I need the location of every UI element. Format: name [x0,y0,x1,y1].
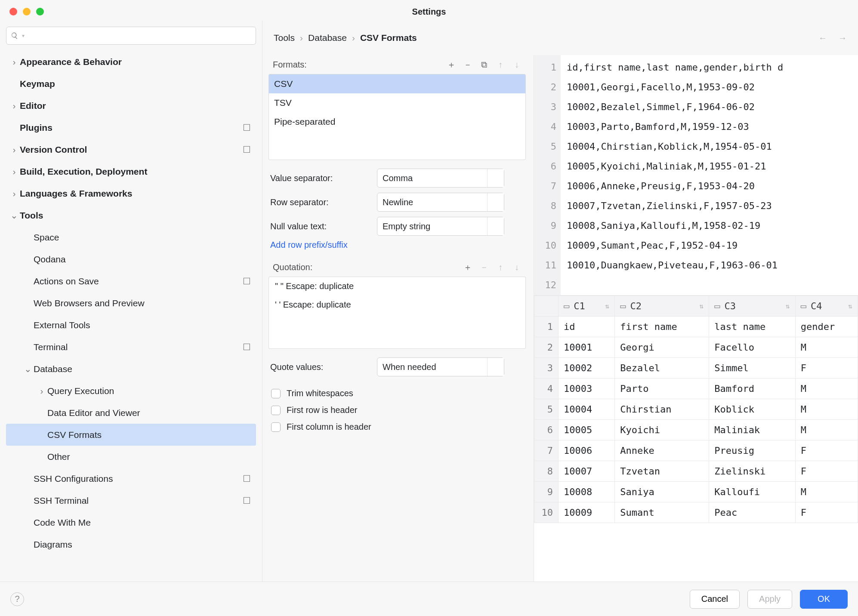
table-cell[interactable]: Chirstian [615,399,709,420]
table-column-header[interactable]: ▭C4⇅ [795,296,858,317]
sidebar-item-external-tools[interactable]: External Tools [6,314,256,336]
sidebar-item-plugins[interactable]: Plugins☐ [6,117,256,139]
table-cell[interactable]: Kyoichi [615,420,709,440]
table-row[interactable]: 410003PartoBamfordM [534,379,858,399]
remove-quotation-button[interactable]: － [479,262,489,272]
table-cell[interactable]: M [795,482,858,502]
table-row[interactable]: 1idfirst namelast namegender [534,317,858,337]
table-cell[interactable]: Preusig [709,440,796,461]
move-down-button[interactable]: ↓ [512,60,522,69]
copy-format-button[interactable]: ⧉ [479,60,489,69]
table-cell[interactable]: 10009 [559,502,615,523]
settings-search-input[interactable] [28,31,251,40]
settings-search[interactable]: ▾ [6,27,256,45]
table-cell[interactable]: 10004 [559,399,615,420]
sidebar-item-build-execution-deployment[interactable]: ›Build, Execution, Deployment [6,160,256,182]
sidebar-item-csv-formats[interactable]: CSV Formats [6,424,256,446]
sidebar-item-tools[interactable]: ⌄Tools [6,204,256,226]
table-cell[interactable]: Sumant [615,502,709,523]
table-cell[interactable]: Bezalel [615,358,709,379]
settings-tree[interactable]: ›Appearance & BehaviorKeymap›EditorPlugi… [6,51,256,582]
table-row[interactable]: 610005KyoichiMaliniakM [534,420,858,440]
add-row-prefix-suffix-link[interactable]: Add row prefix/suffix [269,238,526,252]
sidebar-item-other[interactable]: Other [6,446,256,468]
add-quotation-button[interactable]: ＋ [463,262,472,272]
table-cell[interactable]: Parto [615,379,709,399]
sidebar-item-languages-frameworks[interactable]: ›Languages & Frameworks [6,182,256,204]
table-cell[interactable]: M [795,420,858,440]
ok-button[interactable]: OK [800,590,848,609]
formats-list[interactable]: CSVTSVPipe-separated [269,74,526,160]
format-item-csv[interactable]: CSV [269,74,525,93]
table-cell[interactable]: Anneke [615,440,709,461]
sidebar-item-data-editor-and-viewer[interactable]: Data Editor and Viewer [6,402,256,424]
table-cell[interactable]: M [795,399,858,420]
quotation-item[interactable]: ' ' Escape: duplicate [269,296,525,314]
sidebar-item-ssh-terminal[interactable]: SSH Terminal☐ [6,490,256,511]
table-cell[interactable]: F [795,358,858,379]
table-cell[interactable]: Facello [709,337,796,358]
sidebar-item-appearance-behavior[interactable]: ›Appearance & Behavior [6,51,256,73]
first-row-header-checkbox[interactable]: First row is header [271,405,523,415]
row-separator-select[interactable]: Newline ▾ [377,193,504,212]
breadcrumb-item[interactable]: Database [308,33,347,43]
table-row[interactable]: 810007TzvetanZielinskiF [534,461,858,482]
sidebar-item-query-execution[interactable]: ›Query Execution [6,380,256,402]
help-button[interactable]: ? [10,592,24,606]
move-quotation-down-button[interactable]: ↓ [512,262,522,272]
table-cell[interactable]: first name [615,317,709,337]
table-cell[interactable]: 10005 [559,420,615,440]
table-cell[interactable]: 10002 [559,358,615,379]
format-item-pipe-separated[interactable]: Pipe-separated [269,112,525,131]
table-cell[interactable]: F [795,440,858,461]
cancel-button[interactable]: Cancel [690,590,740,609]
table-row[interactable]: 310002BezalelSimmelF [534,358,858,379]
value-separator-select[interactable]: Comma ▾ [377,169,504,188]
null-value-select[interactable]: Empty string ▾ [377,217,504,236]
sidebar-item-actions-on-save[interactable]: Actions on Save☐ [6,270,256,292]
sidebar-item-version-control[interactable]: ›Version Control☐ [6,139,256,160]
table-cell[interactable]: Koblick [709,399,796,420]
table-row[interactable]: 510004ChirstianKoblickM [534,399,858,420]
move-quotation-up-button[interactable]: ↑ [496,262,505,272]
table-cell[interactable]: Peac [709,502,796,523]
table-cell[interactable]: id [559,317,615,337]
table-cell[interactable]: Maliniak [709,420,796,440]
table-cell[interactable]: Kalloufi [709,482,796,502]
table-row[interactable]: 910008SaniyaKalloufiM [534,482,858,502]
table-row[interactable]: 710006AnnekePreusigF [534,440,858,461]
table-row[interactable]: 1010009SumantPeacF [534,502,858,523]
breadcrumb-item[interactable]: Tools [274,33,295,43]
table-cell[interactable]: 10001 [559,337,615,358]
sidebar-item-ssh-configurations[interactable]: SSH Configurations☐ [6,468,256,490]
table-cell[interactable]: M [795,379,858,399]
table-column-header[interactable]: ▭C1⇅ [559,296,615,317]
sidebar-item-diagrams[interactable]: Diagrams [6,533,256,555]
sidebar-item-editor[interactable]: ›Editor [6,95,256,117]
trim-whitespaces-checkbox[interactable]: Trim whitespaces [271,388,523,398]
sidebar-item-web-browsers-and-preview[interactable]: Web Browsers and Preview [6,292,256,314]
table-cell[interactable]: 10008 [559,482,615,502]
quotation-item[interactable]: " " Escape: duplicate [269,277,525,296]
table-cell[interactable]: last name [709,317,796,337]
quotation-list[interactable]: " " Escape: duplicate' ' Escape: duplica… [269,277,526,349]
sidebar-item-keymap[interactable]: Keymap [6,73,256,95]
sidebar-item-terminal[interactable]: Terminal☐ [6,336,256,358]
table-cell[interactable]: F [795,461,858,482]
sidebar-item-qodana[interactable]: Qodana [6,248,256,270]
table-cell[interactable]: Bamford [709,379,796,399]
format-item-tsv[interactable]: TSV [269,93,525,112]
first-column-header-checkbox[interactable]: First column is header [271,422,523,432]
sidebar-item-code-with-me[interactable]: Code With Me [6,511,256,533]
add-format-button[interactable]: ＋ [447,60,456,69]
remove-format-button[interactable]: － [463,60,472,69]
sidebar-item-database[interactable]: ⌄Database [6,358,256,380]
back-button[interactable]: ← [818,33,827,43]
table-cell[interactable]: 10003 [559,379,615,399]
table-column-header[interactable]: ▭C3⇅ [709,296,796,317]
apply-button[interactable]: Apply [747,590,792,609]
table-cell[interactable]: Saniya [615,482,709,502]
table-row[interactable]: 210001GeorgiFacelloM [534,337,858,358]
table-column-header[interactable]: ▭C2⇅ [615,296,709,317]
table-cell[interactable]: Zielinski [709,461,796,482]
